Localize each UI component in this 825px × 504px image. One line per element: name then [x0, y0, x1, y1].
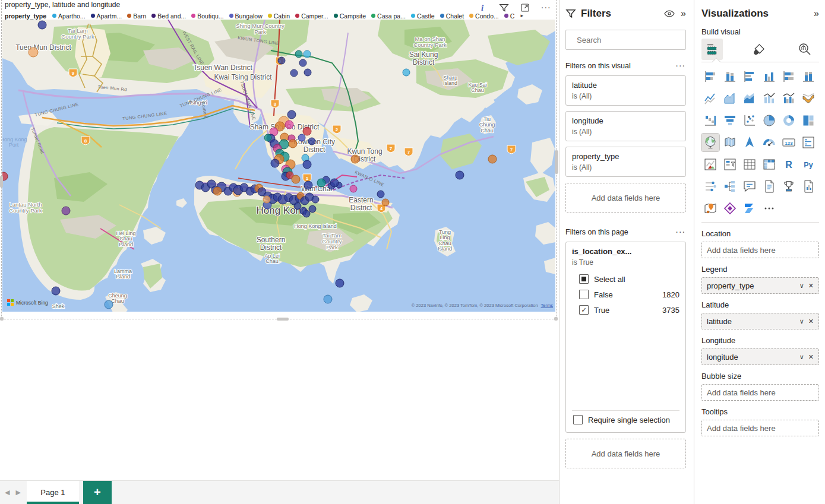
resize-handle-bottom-left[interactable]	[0, 317, 4, 321]
map-data-bubble[interactable]	[298, 134, 305, 141]
filter-option-row[interactable]: Select all	[572, 271, 679, 287]
visual-type-stacked-bar-chart-icon[interactable]	[701, 68, 719, 85]
visual-type-kpi-icon[interactable]	[701, 156, 719, 173]
visual-type-waterfall-chart-icon[interactable]	[701, 112, 719, 129]
map-data-bubble[interactable]	[213, 187, 222, 195]
map-data-bubble[interactable]	[38, 21, 46, 29]
map-data-bubble[interactable]	[304, 69, 311, 76]
scrollbar-thumb[interactable]	[555, 150, 558, 174]
map-data-bubble[interactable]	[351, 155, 359, 163]
visual-type-stacked-column-chart-icon[interactable]	[721, 68, 739, 85]
remove-field-icon[interactable]: ✕	[808, 353, 814, 361]
map-data-bubble[interactable]	[330, 179, 339, 187]
page-filters-more-options-icon[interactable]: ···	[676, 229, 686, 236]
map-data-bubble[interactable]	[303, 160, 311, 169]
visual-type-r-script-visual-icon[interactable]: R	[780, 156, 798, 173]
field-well-tooltips[interactable]: Add data fields here	[701, 420, 819, 436]
visual-type-clustered-bar-chart-icon[interactable]	[741, 68, 758, 85]
legend-item[interactable]: Barn	[127, 12, 146, 20]
more-options-icon[interactable]: ···	[540, 2, 552, 14]
page-tab[interactable]: Page 1	[27, 481, 79, 504]
visual-type-line-and-stacked-column-chart-icon[interactable]	[760, 90, 778, 107]
map-data-bubble[interactable]	[263, 196, 270, 203]
filter-card[interactable]: property_typeis (All)	[565, 147, 686, 177]
map-data-bubble[interactable]	[271, 159, 279, 167]
visual-type-100-stacked-column-chart-icon[interactable]	[799, 68, 817, 85]
map-data-bubble[interactable]	[324, 295, 332, 303]
map-data-bubble[interactable]	[336, 279, 344, 287]
visual-type-treemap-icon[interactable]	[799, 112, 817, 129]
map-data-bubble[interactable]	[304, 50, 311, 58]
legend-item[interactable]: Apartm...	[91, 12, 122, 20]
map-data-bubble[interactable]	[29, 47, 38, 57]
map-data-bubble[interactable]	[287, 110, 296, 119]
checkbox-unchecked[interactable]	[579, 290, 589, 299]
map-data-bubble[interactable]	[285, 121, 293, 129]
map-data-bubble[interactable]	[105, 300, 113, 309]
map-data-bubble[interactable]	[304, 181, 312, 189]
legend-item[interactable]: Cabin	[268, 12, 290, 20]
visual-type-scatter-chart-icon[interactable]	[741, 112, 758, 129]
require-single-selection-checkbox[interactable]	[573, 415, 583, 424]
legend-item[interactable]: Bungalow	[229, 12, 263, 20]
map-data-bubble[interactable]	[52, 287, 60, 295]
visual-type-paginated-report-icon[interactable]	[799, 177, 817, 195]
visual-type-clustered-column-chart-icon[interactable]	[760, 68, 778, 85]
legend-item[interactable]: Condo...	[469, 12, 499, 20]
map-data-bubble[interactable]	[278, 57, 285, 64]
legend-scroll-arrow[interactable]: ▸	[520, 12, 523, 18]
visual-type-more-options-icon[interactable]	[760, 199, 778, 217]
map-data-bubble[interactable]	[2, 172, 8, 180]
visual-type-python-visual-icon[interactable]: Py	[799, 156, 817, 173]
chevron-down-icon[interactable]: ∨	[799, 282, 804, 290]
legend-item[interactable]: Castle	[411, 12, 435, 20]
legend-item[interactable]: Bed and...	[151, 12, 186, 20]
map-data-bubble[interactable]	[62, 207, 70, 215]
visual-type-pie-chart-icon[interactable]	[760, 112, 778, 129]
visual-type-metrics-icon[interactable]	[780, 177, 798, 195]
chevron-down-icon[interactable]: ∨	[799, 318, 804, 325]
map-data-bubble[interactable]	[299, 59, 306, 66]
focus-mode-icon[interactable]	[519, 2, 531, 14]
filter-card[interactable]: latitudeis (All)	[565, 75, 686, 106]
build-visual-tab[interactable]	[701, 39, 723, 60]
field-well-location[interactable]: Add data fields here	[701, 242, 819, 258]
visual-type-power-apps-icon[interactable]	[721, 199, 739, 217]
legend-item[interactable]: Casa pa...	[371, 12, 406, 20]
map-data-bubble[interactable]	[303, 127, 311, 135]
visual-type-matrix-icon[interactable]	[760, 156, 778, 173]
legend-item[interactable]: Boutiqu...	[191, 12, 223, 20]
remove-field-icon[interactable]: ✕	[808, 282, 814, 290]
map-data-bubble[interactable]	[456, 171, 464, 179]
field-well-legend[interactable]: property_type∨✕	[701, 277, 819, 294]
filter-search[interactable]	[565, 30, 686, 50]
map-data-bubble[interactable]	[317, 179, 325, 187]
filter-option-row[interactable]: False1820	[572, 287, 679, 302]
previous-page-arrow-icon[interactable]: ◀	[5, 489, 10, 496]
field-well-longitude[interactable]: longitude∨✕	[701, 348, 819, 365]
map-visual[interactable]: property_type, latitude and longitude i …	[1, 0, 557, 319]
visual-type-ribbon-chart-icon[interactable]	[799, 90, 817, 107]
legend-item[interactable]: Camper...	[295, 12, 328, 20]
map-data-bubble[interactable]	[308, 138, 315, 145]
map-data-bubble[interactable]	[289, 140, 297, 148]
visual-filters-more-options-icon[interactable]: ···	[676, 62, 686, 69]
visual-type-100-stacked-bar-chart-icon[interactable]	[780, 68, 798, 85]
map-data-bubble[interactable]	[294, 202, 301, 210]
require-single-selection-row[interactable]: Require single selection	[572, 412, 679, 427]
visual-type-multi-row-card-icon[interactable]	[799, 134, 817, 151]
visual-type-line-and-clustered-column-chart-icon[interactable]	[780, 90, 798, 107]
visual-type-smart-narrative-icon[interactable]	[760, 177, 778, 195]
analytics-tab[interactable]	[794, 39, 815, 60]
visual-type-key-influencers-icon[interactable]	[701, 177, 719, 195]
collapse-filters-pane-icon[interactable]: »	[681, 9, 686, 18]
visual-type-funnel-chart-icon[interactable]	[721, 112, 739, 129]
next-page-arrow-icon[interactable]: ▶	[15, 489, 20, 496]
filter-card[interactable]: longitudeis (All)	[565, 111, 686, 141]
visual-type-decomposition-tree-icon[interactable]	[721, 177, 739, 195]
resize-handle-left[interactable]	[0, 176, 3, 188]
report-canvas[interactable]: property_type, latitude and longitude i …	[0, 0, 559, 504]
map-data-bubble[interactable]	[350, 185, 357, 192]
map-data-bubble[interactable]	[377, 191, 384, 198]
format-visual-tab[interactable]	[748, 39, 769, 60]
